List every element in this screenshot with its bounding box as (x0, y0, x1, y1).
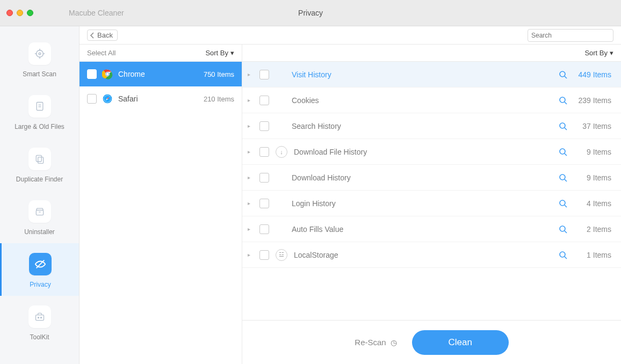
left-sub-header: Select All Sort By ▾ (80, 45, 242, 62)
detail-row-visit-history[interactable]: ▸Visit History449 Items (242, 62, 621, 88)
storage-icon: ☳ (276, 249, 287, 261)
sidebar-item-duplicate-finder[interactable]: Duplicate Finder (0, 138, 79, 191)
detail-checkbox[interactable] (259, 96, 269, 105)
detail-row-cookies[interactable]: ▸Cookies239 Items (242, 88, 621, 113)
sidebar-item-label: Privacy (30, 281, 50, 288)
disclosure-triangle-icon[interactable]: ▸ (248, 123, 253, 129)
detail-count: 239 Items (574, 96, 611, 105)
sidebar-item-privacy[interactable]: Privacy (0, 243, 79, 296)
download-icon: ↓ (276, 146, 287, 158)
svg-point-36 (560, 174, 565, 180)
magnify-icon[interactable] (559, 225, 567, 234)
toolbox-icon (28, 305, 51, 328)
svg-rect-9 (36, 155, 41, 162)
detail-row-download-history[interactable]: ▸Download History9 Items (242, 165, 621, 191)
browser-checkbox[interactable] (87, 94, 97, 104)
disclosure-triangle-icon[interactable]: ▸ (248, 97, 253, 103)
magnify-icon[interactable] (559, 148, 567, 156)
svg-line-29 (565, 76, 567, 78)
detail-row-search-history[interactable]: ▸Search History37 Items (242, 113, 621, 139)
target-icon (28, 42, 51, 65)
browser-checkbox[interactable] (87, 69, 97, 79)
sort-by-right[interactable]: Sort By ▾ (584, 49, 613, 57)
sidebar: Smart ScanLarge & Old FilesDuplicate Fin… (0, 26, 80, 364)
svg-point-16 (40, 317, 41, 318)
detail-label: Login History (292, 199, 552, 208)
minimize-window-button[interactable] (17, 10, 23, 16)
detail-checkbox[interactable] (259, 199, 269, 208)
detail-label: Download History (292, 173, 552, 182)
magnify-icon[interactable] (559, 173, 567, 182)
rescan-label: Re-Scan (355, 338, 386, 347)
detail-count: 37 Items (574, 122, 611, 130)
sort-by-right-label: Sort By (584, 49, 608, 57)
copy-icon (28, 148, 51, 170)
svg-point-0 (36, 50, 43, 57)
toolbar: Back (80, 26, 621, 45)
svg-point-15 (38, 317, 39, 318)
sidebar-item-label: Large & Old Files (15, 123, 64, 130)
back-button[interactable]: Back (87, 30, 118, 41)
svg-line-33 (565, 128, 567, 130)
browser-list: Chrome750 ItemsSafari210 Items (80, 62, 242, 111)
select-all-label[interactable]: Select All (87, 49, 115, 57)
disclosure-triangle-icon[interactable]: ▸ (248, 71, 253, 77)
browser-name: Safari (118, 94, 198, 103)
chevron-down-icon: ▾ (230, 49, 234, 57)
sidebar-item-large-old-files[interactable]: Large & Old Files (0, 85, 79, 138)
browser-count: 210 Items (204, 95, 234, 103)
detail-checkbox[interactable] (259, 121, 269, 131)
detail-count: 2 Items (574, 225, 611, 234)
browser-name: Chrome (118, 70, 198, 78)
disclosure-triangle-icon[interactable]: ▸ (248, 149, 253, 155)
detail-checkbox[interactable] (259, 147, 269, 157)
svg-point-28 (560, 71, 565, 77)
svg-point-42 (560, 252, 565, 257)
clean-button[interactable]: Clean (412, 330, 509, 355)
detail-count: 449 Items (574, 70, 611, 79)
sidebar-item-label: Duplicate Finder (16, 176, 63, 183)
search-field[interactable] (528, 29, 613, 42)
magnify-icon[interactable] (559, 199, 567, 208)
sidebar-item-smart-scan[interactable]: Smart Scan (0, 33, 79, 85)
magnify-icon[interactable] (559, 122, 567, 130)
disclosure-triangle-icon[interactable]: ▸ (248, 252, 253, 258)
close-window-button[interactable] (6, 10, 13, 16)
magnify-icon[interactable] (559, 251, 567, 259)
detail-checkbox[interactable] (259, 224, 269, 234)
disclosure-triangle-icon[interactable]: ▸ (248, 174, 253, 180)
eye-off-icon (29, 253, 52, 275)
file-icon (28, 95, 51, 118)
detail-list: ▸Visit History449 Items▸Cookies239 Items… (242, 62, 621, 320)
rescan-button[interactable]: Re-Scan ◷ (355, 338, 396, 347)
clean-label: Clean (448, 337, 472, 348)
magnify-icon[interactable] (559, 96, 567, 105)
disclosure-triangle-icon[interactable]: ▸ (248, 200, 253, 206)
detail-row-auto-fills-value[interactable]: ▸Auto Fills Value2 Items (242, 216, 621, 242)
chevron-left-icon (90, 32, 95, 39)
sidebar-item-toolkit[interactable]: ToolKit (0, 296, 79, 348)
maximize-window-button[interactable] (27, 10, 33, 16)
detail-row-localstorage[interactable]: ▸☳LocalStorage1 Items (242, 242, 621, 268)
sidebar-item-label: Smart Scan (23, 70, 56, 78)
detail-checkbox[interactable] (259, 173, 269, 183)
browser-row-safari[interactable]: Safari210 Items (80, 86, 242, 111)
svg-rect-6 (37, 103, 43, 111)
magnify-icon[interactable] (559, 70, 567, 79)
detail-row-download-file-history[interactable]: ▸↓Download File History9 Items (242, 139, 621, 165)
detail-checkbox[interactable] (259, 70, 269, 79)
browser-row-chrome[interactable]: Chrome750 Items (80, 62, 242, 86)
svg-line-41 (565, 231, 567, 233)
footer: Re-Scan ◷ Clean (242, 320, 621, 364)
section-title: Privacy (298, 9, 323, 17)
archive-icon (28, 200, 51, 223)
sidebar-item-uninstaller[interactable]: Uninstaller (0, 191, 79, 243)
detail-row-login-history[interactable]: ▸Login History4 Items (242, 191, 621, 216)
svg-point-38 (560, 200, 565, 206)
detail-label: Cookies (292, 96, 552, 105)
detail-checkbox[interactable] (259, 250, 269, 260)
sort-by-left[interactable]: Sort By ▾ (205, 49, 234, 57)
disclosure-triangle-icon[interactable]: ▸ (248, 226, 253, 232)
search-input[interactable] (531, 32, 612, 39)
detail-label: LocalStorage (294, 251, 552, 259)
